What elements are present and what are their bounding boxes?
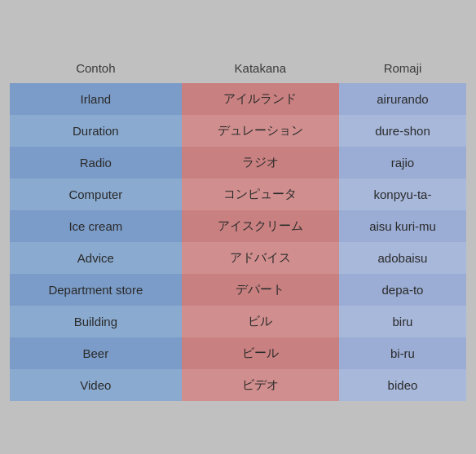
cell-romaji: biru [339,306,466,337]
cell-romaji: adobaisu [339,242,466,274]
cell-katakana: デパート [182,274,339,306]
cell-katakana: コンピュータ [182,179,339,210]
cell-katakana: ビール [182,337,339,369]
cell-romaji: depa-to [339,274,466,306]
cell-katakana: アイルランド [182,83,339,115]
table-row: Radioラジオrajio [10,147,466,179]
cell-romaji: airurando [339,83,466,115]
table-row: Buildingビルbiru [10,306,466,337]
table-row: Department storeデパートdepa-to [10,274,466,306]
cell-contoh: Irland [10,83,182,115]
cell-contoh: Department store [10,274,182,306]
cell-romaji: aisu kuri-mu [339,210,466,242]
table-row: Computerコンピュータkonpyu-ta- [10,179,466,210]
vocabulary-table: Contoh Katakana Romaji Irlandアイルランドairur… [10,53,466,401]
header-romaji: Romaji [339,53,466,83]
cell-contoh: Building [10,306,182,337]
cell-contoh: Duration [10,115,182,147]
table-row: Irlandアイルランドairurando [10,83,466,115]
cell-romaji: bi-ru [339,337,466,369]
cell-katakana: ビデオ [182,369,339,401]
table-row: Beerビールbi-ru [10,337,466,369]
cell-katakana: デュレーション [182,115,339,147]
cell-contoh: Computer [10,179,182,210]
table-row: Durationデュレーションdure-shon [10,115,466,147]
cell-katakana: アイスクリーム [182,210,339,242]
cell-romaji: rajio [339,147,466,179]
header-katakana: Katakana [182,53,339,83]
cell-contoh: Beer [10,337,182,369]
table-row: Ice creamアイスクリームaisu kuri-mu [10,210,466,242]
table-row: Videoビデオbideo [10,369,466,401]
cell-katakana: ラジオ [182,147,339,179]
table-row: Adviceアドバイスadobaisu [10,242,466,274]
cell-romaji: konpyu-ta- [339,179,466,210]
cell-contoh: Advice [10,242,182,274]
cell-katakana: ビル [182,306,339,337]
cell-katakana: アドバイス [182,242,339,274]
cell-contoh: Video [10,369,182,401]
cell-contoh: Ice cream [10,210,182,242]
cell-romaji: bideo [339,369,466,401]
cell-contoh: Radio [10,147,182,179]
cell-romaji: dure-shon [339,115,466,147]
header-contoh: Contoh [10,53,182,83]
